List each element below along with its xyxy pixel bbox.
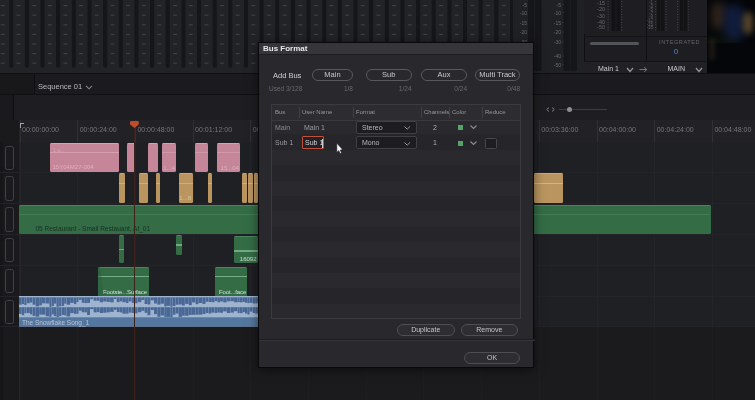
svg-text:-20: -20 [520,29,527,35]
svg-text:-30: -30 [597,13,605,19]
svg-text:-10: -10 [554,10,561,16]
svg-text:-30: -30 [554,39,561,45]
svg-text:-5: -5 [523,2,528,8]
svg-text:-50: -50 [554,62,561,68]
svg-text:-20: -20 [554,29,561,35]
svg-text:-5: -5 [557,2,562,8]
svg-text:-20: -20 [597,6,605,12]
svg-text:-15: -15 [520,20,527,26]
svg-text:-10: -10 [520,10,527,16]
svg-text:-40: -40 [554,53,561,59]
svg-text:-18: -18 [646,25,653,30]
svg-text:-15: -15 [554,20,561,26]
svg-text:The Snowflake Song_1: The Snowflake Song_1 [22,319,90,326]
svg-text:-50: -50 [597,24,605,30]
